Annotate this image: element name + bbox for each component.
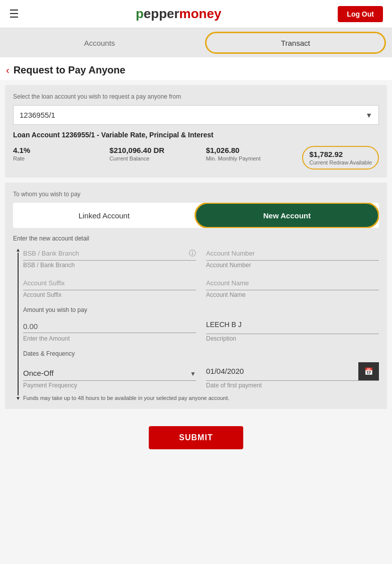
account-name-group: Account Name [206,277,379,298]
back-navigation: ‹ Request to Pay Anyone [0,57,392,80]
min-payment-label: Min. Monthly Payment [206,155,303,162]
bsb-input[interactable] [23,247,187,260]
amount-description-row: 0.00 Enter the Amount Description [23,318,379,342]
rate-label: Rate [13,155,110,162]
account-number-group: Account Number [206,247,379,269]
account-suffix-group: Account Suffix [23,277,196,298]
page-title: Request to Pay Anyone [14,64,126,76]
header: ☰ peppermoney Log Out [0,0,392,28]
frequency-select[interactable]: Once-Off [23,367,190,380]
account-suffix-input[interactable] [23,277,196,290]
amount-sublabel: Enter the Amount [23,335,196,342]
min-payment-value: $1,026.80 [206,146,303,154]
loan-section: Select the loan account you wish to requ… [5,85,387,178]
tab-accounts[interactable]: Accounts [0,28,199,57]
date-group: 📅 Date of first payment [206,362,379,389]
account-select-wrapper: 1236955/1 ▼ [13,105,379,125]
frequency-wrapper: Once-Off ▼ [23,367,196,381]
info-icon[interactable]: ⓘ [189,249,196,258]
loan-stats: 4.1% Rate $210,096.40 DR Current Balance… [13,146,379,170]
bsb-label: BSB / Bank Branch [23,262,196,269]
account-name-label: Account Name [206,291,379,298]
bsb-group: ⓘ BSB / Bank Branch [23,247,196,269]
account-name-input[interactable] [206,277,379,290]
account-type-toggle: Linked Account New Account [13,203,379,228]
logout-button[interactable]: Log Out [338,6,383,22]
rate-value: 4.1% [13,146,110,154]
bsb-account-row: ⓘ BSB / Bank Branch Account Number [23,247,379,269]
loan-stat-rate: 4.1% Rate [13,146,110,170]
dates-label: Dates & Frequency [23,350,379,357]
loan-stat-redraw: $1,782.92 Current Redraw Available [302,146,379,170]
account-number-label: Account Number [206,262,379,269]
tab-transact[interactable]: Transact [205,32,386,54]
description-group: Description [206,318,379,342]
amount-value: 0.00 [23,322,196,333]
amount-label: Amount you wish to pay [23,306,379,313]
form-section-label: Enter the new account detail [13,235,379,242]
loan-stat-min-payment: $1,026.80 Min. Monthly Payment [206,146,303,170]
date-input[interactable] [206,365,358,378]
disclaimer-text: Funds may take up to 48 hours to be avai… [23,395,379,401]
submit-button[interactable]: SUBMIT [149,426,243,449]
pay-to-label: To whom you wish to pay [13,191,379,198]
frequency-arrow-icon: ▼ [190,370,196,377]
dates-frequency-row: Once-Off ▼ Payment Frequency 📅 Date of f… [23,362,379,389]
new-account-button[interactable]: New Account [194,203,379,228]
loan-select-label: Select the loan account you wish to requ… [13,93,379,100]
loan-title: Loan Account 1236955/1 - Variable Rate, … [13,131,379,139]
suffix-name-row: Account Suffix Account Name [23,277,379,298]
account-select[interactable]: 1236955/1 [14,106,378,124]
submit-section: SUBMIT [0,414,392,459]
amount-group: 0.00 Enter the Amount [23,318,196,342]
date-sublabel: Date of first payment [206,382,379,389]
description-input[interactable] [206,318,379,332]
menu-icon[interactable]: ☰ [9,8,19,21]
calendar-button[interactable]: 📅 [358,362,379,380]
description-sublabel: Description [206,335,379,342]
frequency-sublabel: Payment Frequency [23,382,196,389]
account-suffix-label: Account Suffix [23,291,196,298]
redraw-label: Current Redraw Available [309,159,372,166]
date-input-wrapper: 📅 [206,362,379,381]
new-account-form: Enter the new account detail ▲ ▼ ⓘ BSB /… [13,235,379,401]
back-arrow-icon[interactable]: ‹ [6,64,10,76]
frequency-group: Once-Off ▼ Payment Frequency [23,367,196,389]
tab-bar: Accounts Transact [0,28,392,57]
balance-label: Current Balance [110,155,206,162]
linked-account-button[interactable]: Linked Account [13,203,195,228]
logo: peppermoney [136,6,222,22]
pay-to-section: To whom you wish to pay Linked Account N… [5,183,387,409]
account-number-input[interactable] [206,247,379,261]
redraw-value: $1,782.92 [309,150,372,158]
loan-stat-balance: $210,096.40 DR Current Balance [110,146,206,170]
balance-value: $210,096.40 DR [110,146,206,154]
